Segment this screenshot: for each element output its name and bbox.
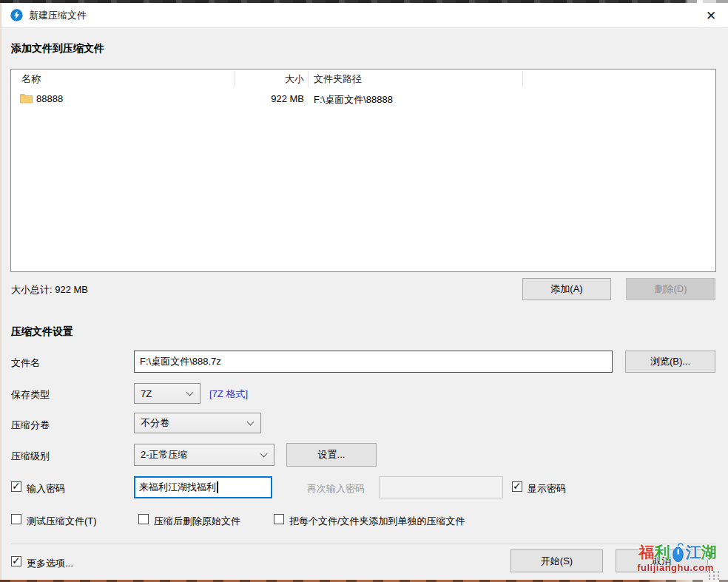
volume-value: 不分卷 [141,416,169,430]
level-label: 压缩级别 [11,450,50,463]
show-password-checkbox[interactable] [512,481,522,492]
level-settings-button[interactable]: 设置... [286,443,377,467]
delete-after-checkbox[interactable] [138,514,149,524]
confirm-password-label: 再次输入密码 [307,482,365,495]
cancel-button[interactable]: 取消 [616,549,708,572]
password-value: 来福利江湖找福利 [139,481,216,494]
column-header-path[interactable]: 文件夹路径 [314,72,362,86]
new-archive-dialog: 新建压缩文件 ✕ 添加文件到压缩文件 名称 大小 文件夹路径 88888 922… [0,0,728,582]
delete-after-label[interactable]: 压缩后删除原始文件 [154,515,240,528]
titlebar: 新建压缩文件 ✕ [1,3,728,28]
column-header-name[interactable]: 名称 [21,72,41,86]
volume-label: 压缩分卷 [11,419,50,432]
file-name-cell: 88888 [36,93,63,104]
column-divider [235,71,235,87]
table-row[interactable]: 88888 922 MB F:\桌面文件\88888 [11,90,715,108]
file-list[interactable]: 名称 大小 文件夹路径 88888 922 MB F:\桌面文件\88888 [10,69,716,272]
close-icon[interactable]: ✕ [694,3,728,28]
filename-input[interactable] [134,351,613,373]
watermark-dots [707,570,721,580]
background-bleed-left [0,3,1,580]
separate-archives-checkbox[interactable] [274,514,284,524]
total-size-label: 大小总计: 922 MB [11,283,88,297]
file-list-header: 名称 大小 文件夹路径 [11,70,715,89]
test-archive-label[interactable]: 测试压缩文件(T) [27,515,97,528]
password-checkbox[interactable] [11,481,21,492]
save-type-select[interactable]: 7Z [134,383,200,404]
level-select[interactable]: 2-正常压缩 [134,444,274,466]
confirm-password-input [379,476,503,498]
text-caret [217,481,218,493]
folder-icon [20,92,33,104]
column-header-size[interactable]: 大小 [235,72,304,86]
chevron-down-icon [260,450,268,458]
archive-settings-heading: 压缩文件设置 [11,325,73,339]
password-input[interactable]: 来福利江湖找福利 [134,476,272,498]
column-divider [308,71,309,87]
window-title: 新建压缩文件 [29,9,87,22]
column-divider [522,71,523,87]
start-button[interactable]: 开始(S) [510,549,603,572]
show-password-label[interactable]: 显示密码 [528,482,566,495]
more-options-label[interactable]: 更多选项... [27,557,73,570]
footer-divider [10,544,716,544]
save-type-value: 7Z [141,388,152,399]
save-type-label: 保存类型 [11,388,50,402]
level-value: 2-正常压缩 [141,448,188,461]
delete-button: 删除(D) [626,278,715,300]
format-options-link[interactable]: [7Z 格式] [209,388,248,401]
browse-button[interactable]: 浏览(B)... [625,351,715,373]
test-archive-checkbox[interactable] [11,514,21,524]
chevron-down-icon [247,419,255,426]
file-size-cell: 922 MB [235,93,304,104]
file-path-cell: F:\桌面文件\88888 [314,93,393,106]
more-options-checkbox[interactable] [11,556,21,566]
bandizip-logo-icon [10,9,23,21]
separate-archives-label[interactable]: 把每个文件/文件夹添加到单独的压缩文件 [289,515,465,528]
add-files-heading: 添加文件到压缩文件 [11,42,104,55]
add-button[interactable]: 添加(A) [522,278,611,300]
filename-label: 文件名 [11,356,40,370]
password-checkbox-label[interactable]: 输入密码 [27,482,65,495]
volume-select[interactable]: 不分卷 [134,413,261,433]
chevron-down-icon [186,389,194,396]
